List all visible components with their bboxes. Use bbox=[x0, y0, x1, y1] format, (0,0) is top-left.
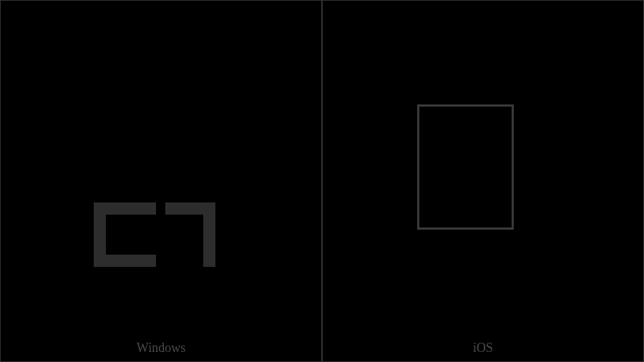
ios-panel: iOS bbox=[322, 0, 644, 362]
windows-glyph-area bbox=[1, 1, 321, 361]
ios-glyph-area bbox=[323, 1, 643, 361]
broken-bracket-glyph-icon bbox=[94, 202, 215, 267]
windows-panel: Windows bbox=[0, 0, 322, 362]
missing-glyph-box-icon bbox=[417, 104, 514, 230]
panel-label-ios: iOS bbox=[473, 341, 493, 356]
panel-label-windows: Windows bbox=[137, 341, 185, 356]
